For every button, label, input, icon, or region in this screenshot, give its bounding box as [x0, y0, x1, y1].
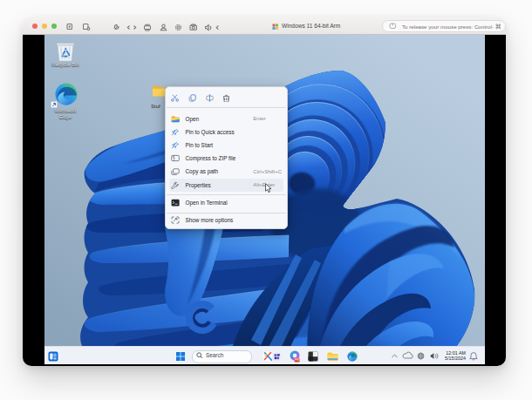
svg-text:PRI: PRI — [295, 358, 299, 362]
